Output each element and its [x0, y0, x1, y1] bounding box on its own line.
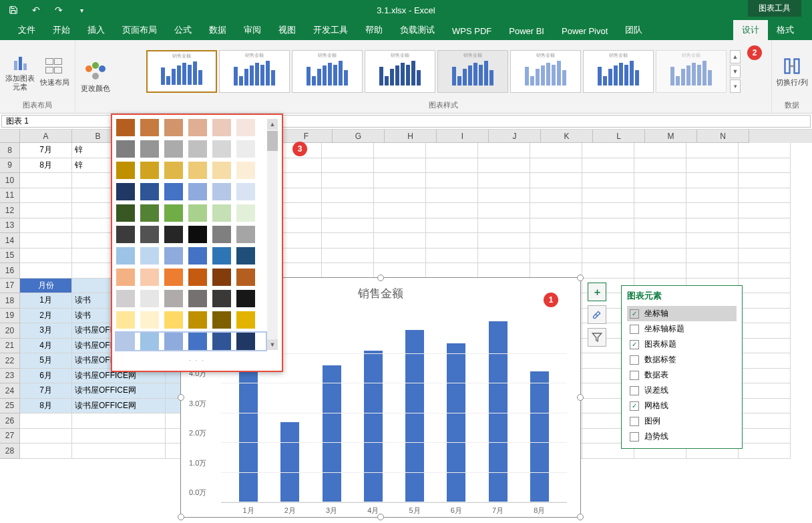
cell[interactable] [686, 173, 739, 188]
resize-handle[interactable] [178, 394, 184, 401]
cell[interactable] [426, 173, 478, 188]
cell[interactable] [530, 248, 582, 264]
chart-filters-button[interactable] [588, 328, 606, 347]
add-chart-element-button[interactable]: 添加图表元素 [4, 51, 36, 92]
cell[interactable] [20, 429, 72, 444]
cell[interactable]: 2月 [20, 309, 72, 324]
cell[interactable] [739, 429, 791, 444]
color-scheme-row[interactable] [116, 311, 266, 329]
color-swatch[interactable] [188, 290, 207, 307]
tab-powerbi[interactable]: Power BI [500, 22, 553, 40]
cell[interactable] [478, 203, 530, 218]
cell[interactable] [582, 233, 634, 248]
cell[interactable] [20, 218, 72, 234]
cell[interactable] [478, 158, 530, 174]
cell[interactable] [739, 323, 791, 339]
color-swatch[interactable] [212, 290, 231, 307]
resize-handle[interactable] [577, 275, 584, 281]
cell[interactable]: 4月 [20, 339, 72, 354]
checkbox[interactable] [630, 386, 639, 395]
cell[interactable] [322, 173, 374, 188]
color-swatch[interactable] [236, 183, 255, 200]
cell[interactable] [20, 188, 72, 204]
color-swatch[interactable] [236, 311, 255, 329]
cell[interactable]: 7月 [20, 383, 72, 399]
color-swatch[interactable] [188, 269, 207, 286]
row-header[interactable]: 26 [0, 413, 20, 429]
cell[interactable] [739, 309, 791, 324]
row-header[interactable]: 17 [0, 279, 20, 294]
checkbox[interactable] [630, 325, 639, 334]
checkbox[interactable] [630, 371, 639, 380]
cell[interactable] [739, 369, 791, 384]
cell[interactable] [322, 143, 374, 158]
color-swatch[interactable] [116, 226, 135, 243]
color-swatch[interactable] [236, 204, 255, 222]
color-swatch[interactable] [116, 204, 135, 222]
cell[interactable] [582, 203, 634, 218]
color-swatch[interactable] [164, 140, 183, 158]
cell[interactable] [20, 233, 72, 248]
chart-bar[interactable]: 2月 [280, 422, 299, 502]
column-header[interactable]: F [280, 130, 333, 143]
cell[interactable] [478, 218, 530, 234]
color-swatch[interactable] [140, 333, 159, 350]
column-header[interactable]: N [697, 130, 749, 143]
cell[interactable] [582, 188, 634, 204]
cell[interactable] [739, 143, 791, 158]
row-header[interactable]: 25 [0, 399, 20, 414]
cell[interactable] [374, 188, 426, 204]
cell[interactable] [739, 173, 791, 188]
color-scheme-row[interactable] [116, 226, 266, 243]
row-header[interactable]: 11 [0, 188, 20, 204]
color-swatch[interactable] [164, 333, 183, 350]
cell[interactable] [530, 188, 582, 204]
cell[interactable] [322, 188, 374, 204]
cell[interactable] [72, 413, 166, 429]
cell[interactable] [478, 263, 530, 279]
color-swatch[interactable] [164, 119, 183, 136]
cell[interactable] [634, 158, 686, 174]
checkbox[interactable] [630, 401, 639, 411]
tab-devtools[interactable]: 开发工具 [304, 20, 357, 40]
switch-row-col-button[interactable]: 切换行/列 [776, 55, 808, 87]
color-swatch[interactable] [212, 333, 231, 350]
color-swatch[interactable] [212, 162, 231, 179]
cell[interactable]: 月份 [20, 279, 72, 294]
cell[interactable]: 3月 [20, 323, 72, 339]
color-swatch[interactable] [140, 226, 159, 243]
cell[interactable] [374, 248, 426, 264]
color-swatch[interactable] [188, 226, 207, 243]
redo-button[interactable]: ↷ [49, 2, 68, 18]
chart-bar[interactable]: 1月 [239, 360, 258, 502]
column-header[interactable]: L [593, 130, 645, 143]
color-swatch[interactable] [236, 269, 255, 286]
change-colors-button[interactable]: 更改颜色 [79, 61, 112, 93]
color-swatch[interactable] [164, 162, 183, 179]
checkbox[interactable] [630, 432, 639, 442]
cell[interactable] [739, 263, 791, 279]
cell[interactable] [739, 248, 791, 264]
color-swatch[interactable] [188, 204, 207, 222]
color-swatch[interactable] [164, 183, 183, 200]
chart-element-item[interactable]: 误差线 [627, 383, 737, 398]
color-swatch[interactable] [236, 290, 255, 307]
column-header[interactable]: H [385, 130, 437, 143]
color-scheme-row[interactable] [116, 269, 266, 286]
chart-element-item[interactable]: 坐标轴标题 [627, 321, 737, 337]
checkbox[interactable] [630, 417, 639, 426]
color-swatch[interactable] [188, 119, 207, 136]
cell[interactable] [582, 218, 634, 234]
tab-review[interactable]: 审阅 [235, 20, 270, 40]
cell[interactable] [686, 188, 739, 204]
cell[interactable] [72, 444, 166, 459]
resize-handle[interactable] [577, 514, 584, 520]
color-swatch[interactable] [140, 162, 159, 179]
color-scheme-row[interactable] [116, 162, 266, 179]
row-header[interactable]: 19 [0, 309, 20, 324]
color-swatch[interactable] [116, 140, 135, 158]
color-swatch[interactable] [164, 290, 183, 307]
chart-bar[interactable]: 3月 [323, 365, 341, 502]
chart-element-item[interactable]: 数据标签 [627, 352, 737, 367]
styles-scroll-down[interactable]: ▼ [730, 65, 741, 78]
